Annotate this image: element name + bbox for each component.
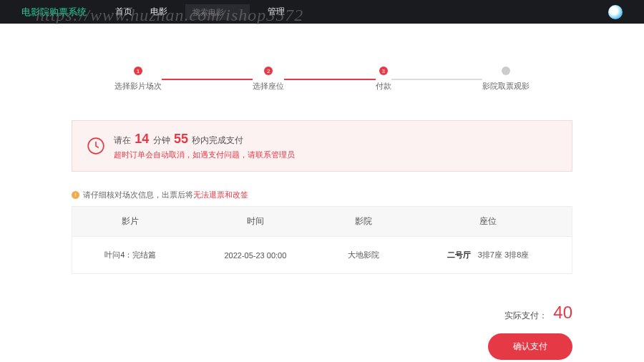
col-seat: 座位 [404,207,572,237]
warning-icon: ! [72,191,79,199]
step-line [284,79,375,80]
step-line [162,79,253,80]
step-1-label: 选择影片场次 [114,81,162,92]
step-4-label: 影院取票观影 [482,81,530,92]
checkout-steps: 1 选择影片场次 2 选择座位 3 付款 影院取票观影 [72,67,572,92]
nav-movies[interactable]: 电影 [150,6,167,18]
ticket-table: 影片 时间 影院 座位 叶问4：完结篇 2022-05-23 00:00 大地影… [72,206,572,274]
confirm-pay-button[interactable]: 确认支付 [488,333,572,360]
step-3-dot: 3 [379,67,388,75]
step-line [391,79,482,80]
table-row: 叶问4：完结篇 2022-05-23 00:00 大地影院 二号厅3排7座 3排… [72,237,572,274]
countdown-seconds: 55 [174,132,188,146]
avatar[interactable] [608,5,623,19]
col-movie: 影片 [72,207,189,237]
pay-amount: 40 [553,303,572,322]
step-4-dot [502,67,510,75]
countdown-minutes: 14 [135,132,149,146]
nav-home[interactable]: 首页 [115,6,132,18]
cell-movie: 叶问4：完结篇 [72,237,189,274]
cell-cinema: 大地影院 [322,237,404,274]
pay-label: 实际支付： [504,310,547,322]
nav-admin[interactable]: 管理 [268,6,285,18]
step-3-label: 付款 [376,81,391,92]
countdown-text: 请在 14 分钟 55 秒内完成支付 [114,132,295,147]
col-cinema: 影院 [322,207,404,237]
col-time: 时间 [188,207,322,237]
cell-seat: 二号厅3排7座 3排8座 [404,237,572,274]
countdown-banner: 请在 14 分钟 55 秒内完成支付 超时订单会自动取消，如遇支付问题，请联系管… [72,120,572,172]
ticket-notice: ! 请仔细核对场次信息，出票后将无法退票和改签 [72,190,572,200]
step-1-dot: 1 [134,67,142,75]
brand-logo[interactable]: 电影院购票系统 [21,6,87,19]
search-input[interactable] [185,4,250,20]
step-2-label: 选择座位 [253,81,284,92]
clock-icon [87,137,105,155]
step-2-dot: 2 [264,67,273,75]
countdown-subtext: 超时订单会自动取消，如遇支付问题，请联系管理员 [114,150,295,160]
cell-time: 2022-05-23 00:00 [188,237,322,274]
